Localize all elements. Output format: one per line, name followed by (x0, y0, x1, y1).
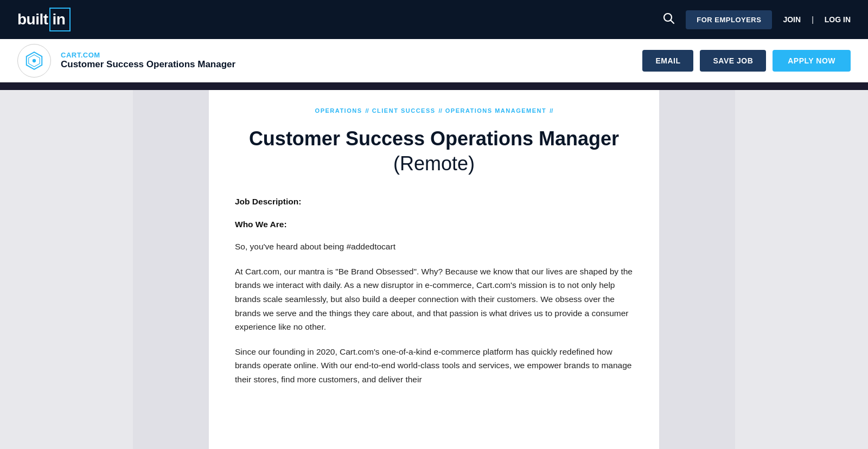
breadcrumb-sep-3: // (550, 107, 553, 114)
main-wrapper: OPERATIONS // CLIENT SUCCESS // OPERATIO… (0, 90, 868, 449)
login-link[interactable]: LOG IN (825, 15, 851, 24)
for-employers-button[interactable]: FOR EMPLOYERS (686, 10, 772, 29)
nav-separator: | (812, 15, 814, 24)
job-title-sub: (Remote) (235, 152, 633, 175)
job-description: Job Description: Who We Are: So, you've … (235, 195, 633, 386)
right-panel (659, 90, 735, 449)
job-desc-heading2: Who We Are: (235, 217, 633, 232)
job-title-main: Customer Success Operations Manager (235, 127, 633, 150)
job-desc-heading1: Job Description: (235, 195, 633, 209)
svg-point-4 (33, 59, 36, 62)
svg-line-1 (671, 21, 674, 24)
breadcrumb-client-success[interactable]: CLIENT SUCCESS (372, 107, 436, 114)
save-job-button[interactable]: SAVE JOB (700, 50, 766, 72)
breadcrumb: OPERATIONS // CLIENT SUCCESS // OPERATIO… (235, 107, 633, 114)
content-area: OPERATIONS // CLIENT SUCCESS // OPERATIO… (209, 90, 659, 449)
left-panel (133, 90, 209, 449)
company-name[interactable]: CART.COM (61, 51, 235, 59)
company-info: CART.COM Customer Success Operations Man… (61, 51, 235, 70)
logo-text: builtin (17, 8, 71, 31)
apply-now-button[interactable]: APPLY NOW (773, 50, 851, 72)
nav-right: FOR EMPLOYERS JOIN | LOG IN (662, 10, 851, 29)
logo[interactable]: builtin (17, 8, 71, 31)
company-job-title: Customer Success Operations Manager (61, 59, 235, 70)
breadcrumb-operations-management[interactable]: OPERATIONS MANAGEMENT (445, 107, 547, 114)
breadcrumb-sep-2: // (439, 107, 442, 114)
breadcrumb-operations[interactable]: OPERATIONS (315, 107, 362, 114)
company-actions: EMAIL SAVE JOB APPLY NOW (642, 50, 851, 72)
company-logo-icon (24, 50, 44, 71)
company-logo[interactable] (17, 44, 51, 78)
search-icon[interactable] (662, 11, 675, 28)
job-para2: Since our founding in 2020, Cart.com's o… (235, 345, 633, 387)
job-para1: At Cart.com, our mantra is "Be Brand Obs… (235, 265, 633, 334)
dark-divider (0, 82, 868, 90)
company-bar: CART.COM Customer Success Operations Man… (0, 39, 868, 82)
breadcrumb-sep-1: // (366, 107, 369, 114)
email-button[interactable]: EMAIL (642, 50, 693, 72)
job-intro-text: So, you've heard about being #addedtocar… (235, 240, 633, 254)
navbar: builtin FOR EMPLOYERS JOIN | LOG IN (0, 0, 868, 39)
company-left: CART.COM Customer Success Operations Man… (17, 44, 235, 78)
join-link[interactable]: JOIN (783, 15, 801, 24)
